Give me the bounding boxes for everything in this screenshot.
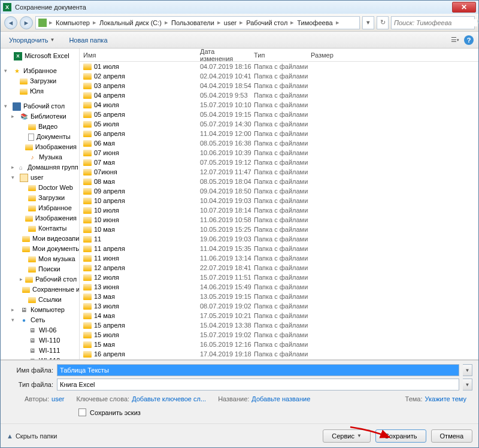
expand-icon[interactable]: ▾ bbox=[4, 66, 10, 75]
filetype-input[interactable]: Книга Excel bbox=[57, 379, 459, 391]
file-row[interactable]: 08 мая08.05.2019 18:04Папка с файлами bbox=[80, 177, 478, 186]
new-folder-button[interactable]: Новая папка bbox=[65, 35, 111, 46]
save-button[interactable]: Сохранить bbox=[375, 429, 426, 443]
tree-item[interactable]: Избранное bbox=[1, 203, 79, 213]
expand-icon[interactable]: ▾ bbox=[4, 102, 10, 111]
breadcrumb-sep-icon[interactable]: ▸ bbox=[335, 19, 341, 26]
dropdown-history-button[interactable]: ▾ bbox=[362, 16, 374, 29]
col-header-type[interactable]: Тип bbox=[250, 52, 307, 59]
organize-button[interactable]: Упорядочить▼ bbox=[5, 35, 58, 46]
file-row[interactable]: 16 апреля17.04.2019 19:18Папка с файлами bbox=[80, 349, 478, 359]
help-button[interactable]: ? bbox=[464, 35, 474, 45]
breadcrumb-segment[interactable]: Локальный диск (C:) bbox=[98, 19, 163, 26]
col-header-date[interactable]: Дата изменения bbox=[196, 49, 250, 62]
tree-item[interactable]: Изображения bbox=[1, 213, 79, 223]
tree-item[interactable]: Ссылки bbox=[1, 295, 79, 305]
close-button[interactable]: ✕ bbox=[452, 2, 476, 13]
tree-item[interactable]: Мои видеозапи bbox=[1, 234, 79, 244]
file-row[interactable]: 16 мая17.05.2019 19:06Папка с файлами bbox=[80, 359, 478, 359]
file-row[interactable]: 13 июня14.06.2019 15:49Папка с файлами bbox=[80, 282, 478, 292]
tree-item[interactable]: Изображения bbox=[1, 142, 79, 152]
save-thumbnail-checkbox[interactable] bbox=[78, 408, 86, 416]
filetype-dropdown-button[interactable]: ▼ bbox=[463, 379, 472, 391]
breadcrumb-sep-icon[interactable]: ▸ bbox=[238, 19, 244, 26]
file-row[interactable]: 13 мая13.05.2019 19:15Папка с файлами bbox=[80, 292, 478, 301]
expand-icon[interactable]: ▸ bbox=[11, 112, 17, 121]
tree-item[interactable]: ▸📚Библиотеки bbox=[1, 111, 79, 122]
file-row[interactable]: 15 июля15.07.2019 19:02Папка с файлами bbox=[80, 330, 478, 340]
file-row[interactable]: 12 июля15.07.2019 11:51Папка с файлами bbox=[80, 273, 478, 282]
tree-item[interactable]: ▾★Избранное bbox=[1, 66, 79, 76]
file-row[interactable]: 14 мая17.05.2019 10:21Папка с файлами bbox=[80, 311, 478, 320]
refresh-button[interactable]: ↻ bbox=[377, 16, 389, 29]
file-row[interactable]: 10 мая10.05.2019 15:25Папка с файлами bbox=[80, 225, 478, 234]
breadcrumb[interactable]: ▸ Компьютер▸Локальный диск (C:)▸Пользова… bbox=[35, 16, 360, 29]
expand-icon[interactable]: ▸ bbox=[11, 163, 14, 172]
tree-item[interactable]: 🖥WI-111 bbox=[1, 346, 79, 356]
tree-item[interactable]: Мои документь bbox=[1, 244, 79, 254]
tree-item[interactable]: Моя музыка bbox=[1, 254, 79, 264]
col-header-size[interactable]: Размер bbox=[307, 52, 349, 59]
breadcrumb-segment[interactable]: Пользователи bbox=[169, 19, 216, 26]
theme-value[interactable]: Укажите тему bbox=[425, 395, 466, 402]
file-row[interactable]: 04 июля15.07.2019 10:10Папка с файлами bbox=[80, 100, 478, 110]
breadcrumb-segment[interactable]: user bbox=[222, 19, 238, 26]
breadcrumb-segment[interactable]: Тимофеева bbox=[295, 19, 334, 26]
expand-icon[interactable]: ▸ bbox=[20, 275, 23, 284]
file-row[interactable]: 11 апреля11.04.2019 15:35Папка с файлами bbox=[80, 244, 478, 253]
tree-item[interactable]: Поиски bbox=[1, 264, 79, 274]
tree-item[interactable]: ▸⌂Домашняя групп bbox=[1, 162, 79, 172]
title-meta-value[interactable]: Добавьте название bbox=[251, 395, 310, 402]
tree-item[interactable]: ▸Рабочий стол bbox=[1, 274, 79, 284]
file-row[interactable]: 04 апреля05.04.2019 9:53Папка с файлами bbox=[80, 90, 478, 100]
cancel-button[interactable]: Отмена bbox=[431, 429, 472, 443]
col-header-name[interactable]: Имя bbox=[80, 52, 196, 59]
search-input[interactable] bbox=[394, 19, 477, 26]
tree-item[interactable]: Загрузки bbox=[1, 193, 79, 203]
view-options-button[interactable]: ☰▾ bbox=[448, 34, 462, 46]
file-row[interactable]: 12 апреля22.07.2019 18:41Папка с файлами bbox=[80, 263, 478, 273]
tree-item[interactable]: XMicrosoft Excel bbox=[1, 51, 79, 61]
file-row[interactable]: 1119.06.2019 19:03Папка с файлами bbox=[80, 234, 478, 244]
file-row[interactable]: 10 апреля10.04.2019 19:03Папка с файлами bbox=[80, 196, 478, 205]
tree-item[interactable]: 🖥WI-112 bbox=[1, 356, 79, 359]
file-row[interactable]: 09 апреля09.04.2019 18:50Папка с файлами bbox=[80, 186, 478, 196]
file-row[interactable]: 07 мая07.05.2019 19:12Папка с файлами bbox=[80, 158, 478, 167]
file-list[interactable]: Имя Дата изменения Тип Размер 01 июля04.… bbox=[80, 49, 478, 359]
tree-item[interactable]: Контакты bbox=[1, 223, 79, 234]
filename-dropdown-button[interactable]: ▼ bbox=[463, 364, 472, 376]
search-box[interactable]: 🔍 bbox=[391, 16, 475, 29]
tree-item[interactable]: Юля bbox=[1, 86, 79, 96]
file-row[interactable]: 05 июля05.07.2019 14:30Папка с файлами bbox=[80, 119, 478, 129]
expand-icon[interactable]: ▾ bbox=[11, 316, 17, 325]
file-row[interactable]: 06 апреля11.04.2019 12:00Папка с файлами bbox=[80, 129, 478, 138]
file-row[interactable]: 03 апреля04.04.2019 18:54Папка с файлами bbox=[80, 81, 478, 90]
expand-icon[interactable]: ▸ bbox=[11, 305, 17, 314]
file-row[interactable]: 02 апреля02.04.2019 10:41Папка с файлами bbox=[80, 71, 478, 81]
file-row[interactable]: 07 июня10.06.2019 10:39Папка с файлами bbox=[80, 148, 478, 158]
filename-input[interactable]: Таблица Тексты bbox=[57, 364, 459, 376]
file-row[interactable]: 13 июля08.07.2019 19:02Папка с файлами bbox=[80, 301, 478, 311]
file-row[interactable]: 06 мая08.05.2019 16:38Папка с файлами bbox=[80, 138, 478, 148]
file-row[interactable]: 15 мая16.05.2019 12:16Папка с файлами bbox=[80, 340, 478, 349]
keywords-value[interactable]: Добавьте ключевое сл... bbox=[132, 395, 206, 402]
breadcrumb-sep-icon[interactable]: ▸ bbox=[289, 19, 295, 26]
authors-value[interactable]: user bbox=[51, 395, 64, 402]
tree-item[interactable]: ▾user bbox=[1, 172, 79, 183]
breadcrumb-segment[interactable]: Компьютер bbox=[54, 19, 92, 26]
tree-item[interactable]: Сохраненные и bbox=[1, 284, 79, 295]
service-button[interactable]: Сервис▼ bbox=[323, 429, 371, 443]
file-row[interactable]: 15 апреля15.04.2019 13:38Папка с файлами bbox=[80, 320, 478, 330]
breadcrumb-sep-icon[interactable]: ▸ bbox=[48, 19, 54, 26]
tree-item[interactable]: ▾Рабочий стол bbox=[1, 101, 79, 111]
file-row[interactable]: 10 июня11.06.2019 10:58Папка с файлами bbox=[80, 215, 478, 225]
tree-item[interactable]: ▸🖥Компьютер bbox=[1, 305, 79, 315]
tree-item[interactable]: Doctor Web bbox=[1, 183, 79, 193]
breadcrumb-segment[interactable]: Рабочий стол bbox=[244, 19, 289, 26]
file-row[interactable]: 10 июля10.07.2019 18:14Папка с файлами bbox=[80, 205, 478, 215]
file-row[interactable]: 01 июля04.07.2019 18:16Папка с файлами bbox=[80, 62, 478, 71]
tree-item[interactable]: ♪Музыка bbox=[1, 152, 79, 162]
tree-item[interactable]: ▾●Сеть bbox=[1, 315, 79, 325]
file-row[interactable]: 11 июня11.06.2019 13:14Папка с файлами bbox=[80, 253, 478, 263]
expand-icon[interactable]: ▾ bbox=[11, 173, 17, 182]
